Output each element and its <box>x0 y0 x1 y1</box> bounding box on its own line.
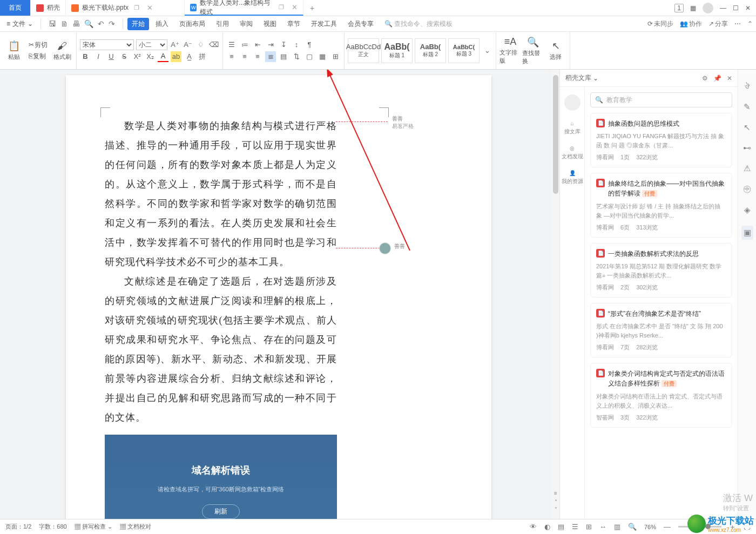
nav-search-library[interactable]: ⌂搜文库 <box>564 120 580 136</box>
vertical-scrollbar[interactable]: ≡ ˄ ˅ <box>552 70 559 519</box>
view-mode-icon[interactable]: ▥ <box>614 523 620 531</box>
redo-icon[interactable]: ↷ <box>109 19 115 28</box>
rail-library-icon[interactable]: ▣ <box>741 226 753 240</box>
settings-icon[interactable]: ⚙ <box>702 75 708 82</box>
revision-note[interactable]: 善善 易茗严格 <box>392 115 414 130</box>
user-avatar[interactable] <box>564 94 580 111</box>
coop-link[interactable]: 👥协作 <box>680 19 702 29</box>
sidepanel-search[interactable]: 🔍 教育教学 <box>590 92 732 107</box>
paste-button[interactable]: 📋粘贴 <box>3 40 25 61</box>
rail-select-icon[interactable]: ↖ <box>744 123 751 132</box>
revision-note[interactable]: 善善 <box>394 242 405 250</box>
select-button[interactable]: ↖选择 <box>545 32 566 69</box>
menu-start[interactable]: 开始 <box>127 18 149 30</box>
result-card[interactable]: 📄抽象函数问题的思维模式 JIETI JIQIAO YU FANGFA 解题技巧… <box>590 113 732 167</box>
close-window-icon[interactable]: ✕ <box>745 4 751 12</box>
tabs-icon[interactable]: ⊞ <box>330 51 341 62</box>
save-icon[interactable]: 🖫 <box>49 19 56 28</box>
outline-view-icon[interactable]: ☰ <box>572 523 578 531</box>
close-icon[interactable]: ✕ <box>147 4 153 12</box>
more-icon[interactable]: ⋯ <box>734 19 741 29</box>
doc-proof[interactable]: ▦ 文档校对 <box>120 523 151 531</box>
result-card[interactable]: 📄“形式”在台湾抽象艺术是否“终结” 形式 在台湾抽象艺术中 是否 "终结" 文… <box>590 303 732 357</box>
page-indicator[interactable]: 页面：1/2 <box>5 523 31 531</box>
align-center-icon[interactable]: ≡ <box>239 51 250 62</box>
clear-all-icon[interactable]: ⌫ <box>208 39 219 50</box>
zoom-slider-minus[interactable]: ― <box>664 523 671 531</box>
char-border-icon[interactable]: A̲ <box>184 51 194 62</box>
spell-check[interactable]: ▦ 拼写检查 ⌄ <box>75 523 112 531</box>
align-right-icon[interactable]: ≡ <box>252 51 263 62</box>
apps-icon[interactable]: ▦ <box>690 4 696 12</box>
text-layout-button[interactable]: ≡A文字排版 <box>500 32 521 69</box>
rail-warning-icon[interactable]: ⚠ <box>744 164 751 173</box>
style-normal[interactable]: AaBbCcDd正文 <box>348 38 379 63</box>
highlight-icon[interactable]: ab <box>171 51 181 62</box>
sort-icon[interactable]: ↧ <box>278 39 289 50</box>
font-name-select[interactable]: 宋体 <box>80 39 134 50</box>
menu-member[interactable]: 会员专享 <box>343 18 378 30</box>
rail-explore-icon[interactable]: ◈ <box>744 205 751 215</box>
result-list[interactable]: 📄抽象函数问题的思维模式 JIETI JIQIAO YU FANGFA 解题技巧… <box>585 113 738 519</box>
notification-badge[interactable]: 1 <box>674 4 684 12</box>
zoom-level[interactable]: 76% <box>644 524 656 530</box>
find-replace-button[interactable]: 🔍查找替换 <box>522 32 544 69</box>
subscript-icon[interactable]: X₂ <box>145 51 156 62</box>
file-menu[interactable]: ≡ 文件 ⌄ <box>3 19 36 29</box>
unsynced-link[interactable]: ⟳未同步 <box>647 19 673 29</box>
spacing-icon[interactable]: ⇅ <box>291 51 302 62</box>
share-link[interactable]: ↗分享 <box>708 19 728 29</box>
result-card[interactable]: 📄一类抽象函数解析式求法的反思 2021年第19 期总第512 期 数理化解题研… <box>590 243 732 298</box>
menu-page-layout[interactable]: 页面布局 <box>175 18 210 30</box>
distribute-icon[interactable]: ▤ <box>278 51 289 62</box>
zoom-out-icon[interactable]: 🔍 <box>628 523 637 531</box>
style-h2[interactable]: AaBb(标题 2 <box>415 38 446 63</box>
para-mark-icon[interactable]: ¶ <box>304 39 315 50</box>
sidepanel-title[interactable]: 稻壳文库 <box>565 73 591 83</box>
paragraph-1[interactable]: 数学是人类对事物的抽象结构与模式进行严格描述、推导的一种通用手段，可以应用于现实… <box>105 116 337 272</box>
word-count[interactable]: 字数：680 <box>39 523 66 531</box>
maximize-icon[interactable]: ☐ <box>733 4 739 12</box>
menu-chapter[interactable]: 章节 <box>283 18 305 30</box>
print-icon[interactable]: 🖶 <box>72 19 80 28</box>
style-h3[interactable]: AaBbC(标题 3 <box>448 38 480 63</box>
document-area[interactable]: 数学是人类对事物的抽象结构与模式进行严格描述、推导的一种通用手段，可以应用于现实… <box>0 70 559 519</box>
align-justify-icon[interactable]: ≣ <box>265 51 276 62</box>
style-h1[interactable]: AaBb(标题 1 <box>381 38 413 63</box>
shading-icon[interactable]: ▢ <box>304 51 315 62</box>
indent-icon[interactable]: ⇥ <box>265 39 276 50</box>
bold-icon[interactable]: B <box>80 51 91 62</box>
result-card[interactable]: 📄抽象终结之后的抽象——对中国当代抽象的哲学解读 付费 艺术家与设计师 彭 锋 … <box>590 173 732 238</box>
clear-format-icon[interactable]: ♢ <box>195 39 206 50</box>
rail-edit-icon[interactable]: ✎ <box>744 102 751 112</box>
reviewer-avatar-icon[interactable] <box>379 242 391 254</box>
menu-references[interactable]: 引用 <box>212 18 233 30</box>
border-icon[interactable]: ▦ <box>317 51 328 62</box>
tab-pptx[interactable]: 极光下载站.pptx ❐ ✕ <box>66 0 185 16</box>
window-split-icon[interactable]: ❐ <box>134 4 139 11</box>
scroll-thumb[interactable] <box>553 75 558 194</box>
tab-doc-active[interactable]: W 数学是人类对...象结构与模式 ❐ ✕ <box>185 0 303 16</box>
collapse-ribbon-icon[interactable]: ⌃ <box>747 19 753 29</box>
align-left-icon[interactable]: ≡ <box>226 51 237 62</box>
pinyin-icon[interactable]: 拼 <box>197 51 207 62</box>
undo-icon[interactable]: ↶ <box>98 19 104 28</box>
strike-icon[interactable]: S̶ <box>119 51 130 62</box>
menu-devtools[interactable]: 开发工具 <box>307 18 341 30</box>
print-preview-icon[interactable]: 🔍 <box>84 19 93 28</box>
numbering-icon[interactable]: ≔ <box>239 39 250 50</box>
scroll-up-icon[interactable]: ˄ <box>552 499 559 505</box>
linespacing-icon[interactable]: ↕ <box>291 39 302 50</box>
print-layout-icon[interactable]: ▤ <box>558 523 564 531</box>
nav-discover[interactable]: ◎文档发现 <box>562 145 583 160</box>
avatar[interactable] <box>703 3 713 13</box>
decrease-font-icon[interactable]: A⁻ <box>183 39 193 50</box>
minimize-icon[interactable]: ― <box>720 4 726 12</box>
rail-settings-icon[interactable]: ⊷ <box>743 143 751 153</box>
font-color-icon[interactable]: A <box>158 51 168 62</box>
tab-daoke[interactable]: 稻壳 <box>31 0 66 16</box>
menu-view[interactable]: 视图 <box>259 18 281 30</box>
rail-skin-icon[interactable]: ঔ <box>745 82 750 91</box>
paragraph-2[interactable]: 文献综述是在确定了选题后，在对选题所涉及的研究领域的文献进展广泛阅读和理解的根底… <box>105 272 337 427</box>
tab-new[interactable]: + <box>303 0 321 16</box>
